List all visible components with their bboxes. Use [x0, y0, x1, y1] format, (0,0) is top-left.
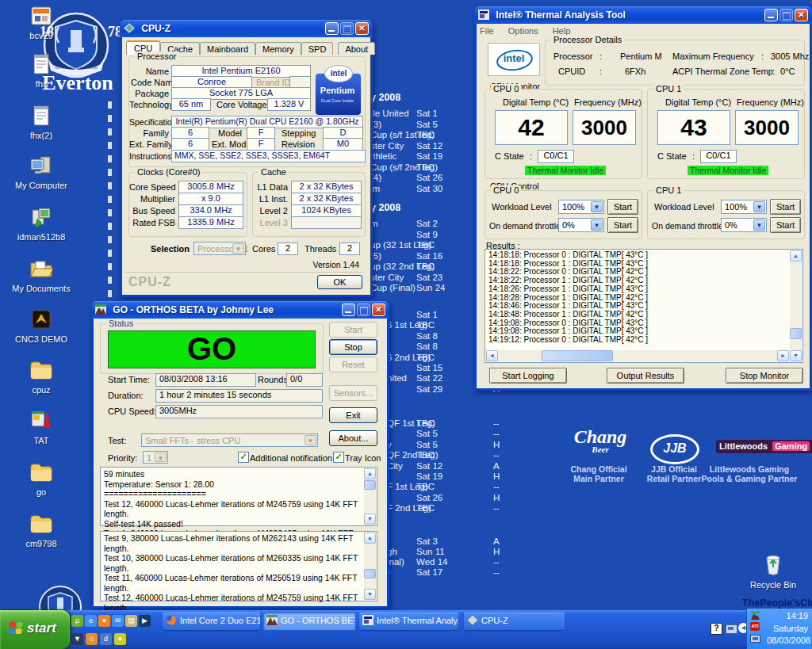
tray-day: Saturday [773, 624, 808, 633]
cpu-speed-value[interactable]: 3005MHz [155, 405, 323, 418]
tab-spd[interactable]: SPD [301, 42, 334, 55]
desktop-icon-label: TAT [3, 436, 79, 445]
recycle-bin-icon[interactable]: Recycle Bin [735, 552, 811, 590]
orthos-sensors-button[interactable]: Sensors... [329, 385, 377, 401]
chang-logo: Chang Beer [565, 426, 636, 463]
media-player-icon[interactable]: ▶ [139, 615, 151, 627]
cpu0-workload-select[interactable]: 100%▼ [558, 200, 604, 214]
desktop-icon-cpuz[interactable]: cpuz [3, 358, 79, 395]
cpu0-throttle-select[interactable]: 0%▼ [558, 218, 604, 232]
folder-icon [29, 460, 54, 486]
orthos-start-button[interactable]: Start [329, 322, 377, 338]
cpu1-throttle-select[interactable]: 0%▼ [721, 218, 767, 232]
tray-help-icon[interactable]: ? [710, 623, 722, 635]
fixture-row: ghSun 11H [387, 547, 546, 557]
test-select[interactable]: Small FFTs - stress CPU▼ [141, 433, 318, 447]
additional-notification-checkbox[interactable]: ✓ [238, 452, 249, 463]
tat-minimize-button[interactable] [764, 9, 778, 21]
tray-icon-label: Tray Icon [345, 453, 381, 464]
internet-explorer-icon[interactable]: e [85, 615, 97, 627]
desktop-icon-cnc3-demo[interactable]: CNC3 DEMO [3, 307, 79, 344]
results-vscrollbar[interactable]: ▲ ▼ [790, 250, 802, 361]
taskbar-task-firefox[interactable]: Intel Core 2 Duo E21... [163, 613, 260, 630]
tat-titlebar[interactable]: Intel® Thermal Analysis Tool [474, 6, 812, 24]
cpu0-workload-start-button[interactable]: Start [607, 199, 638, 215]
tray-time: 14:19 [786, 611, 808, 620]
tray-orthos-icon[interactable] [751, 612, 760, 620]
desktop-icon-tat[interactable]: TAT [3, 409, 79, 445]
firefox-icon[interactable]: ● [98, 615, 110, 627]
cpuz-close-button[interactable] [355, 22, 369, 35]
desktop-icon-fhx[interactable]: fhx [3, 52, 79, 89]
tray-ati-icon[interactable]: ATI [750, 622, 760, 631]
desktop-icon-my-documents[interactable]: My Documents [3, 257, 79, 293]
log-top-scrollbar[interactable]: ▲ ▼ [364, 468, 376, 525]
cpuz-window: CPU-Z CPU Cache Mainboard Memory SPD Abo… [120, 20, 373, 297]
orthos-about-button[interactable]: About... [329, 430, 377, 446]
tat-maximize-button[interactable] [779, 9, 793, 21]
desktop-icon-my-computer[interactable]: My Computer [3, 154, 79, 190]
cpuz-titlebar[interactable]: CPU-Z [120, 20, 373, 37]
tat-close-button[interactable] [795, 9, 808, 21]
orthos-titlebar[interactable]: GO - ORTHOS BETA by Johnny Lee [91, 301, 389, 319]
start-time-value[interactable]: 08/03/2008 13:16 [155, 373, 256, 387]
desktop-icon-label: bcv29 [3, 31, 79, 40]
processor-select[interactable]: Processor #1▼ [193, 242, 246, 255]
desktop-icon-fhx-2-[interactable]: fhx(2) [3, 104, 79, 140]
desktop-icon-label: fhx(2) [3, 131, 79, 140]
results-hscrollbar[interactable]: ◄ ► [486, 350, 789, 361]
start-logging-button[interactable]: Start Logging [489, 368, 567, 384]
desktop-icon-label: fhx [3, 79, 79, 89]
duration-value[interactable]: 1 hour 2 minutes 15 seconds [155, 389, 323, 403]
app-update-icon[interactable]: ● [114, 633, 126, 645]
tab-memory[interactable]: Memory [255, 42, 301, 55]
results-listbox[interactable]: 14:18:18: Processor 0 : DIGITAL TMP[ 43°… [485, 249, 803, 363]
orthos-reset-button[interactable]: Reset [329, 357, 377, 372]
cpu0-throttle-start-button[interactable]: Start [607, 217, 638, 233]
cpu1-workload-select[interactable]: 100%▼ [721, 200, 767, 214]
tab-about[interactable]: About [338, 42, 375, 55]
output-results-button[interactable]: Output Results [607, 368, 684, 384]
app-character-icon[interactable]: ☺ [86, 633, 98, 645]
orthos-minimize-button[interactable] [342, 304, 355, 316]
orthos-log-bottom[interactable]: Test 9, 380000 Lucas-Lehmer iterations o… [100, 531, 377, 601]
cpuz-minimize-button[interactable] [325, 22, 339, 35]
cpu1-throttle-start-button[interactable]: Start [770, 217, 801, 233]
tray-icon-checkbox[interactable]: ✓ [333, 452, 344, 463]
result-line: 14:19:12: Processor 0 : DIGITAL TMP[ 42°… [488, 336, 788, 345]
tray-display-icon[interactable] [726, 624, 737, 634]
cpuz-footer-brand: CPU-Z [128, 275, 171, 289]
stop-monitor-button[interactable]: Stop Monitor [726, 368, 803, 384]
utorrent-icon[interactable]: µ [71, 615, 83, 627]
log-bottom-scrollbar[interactable]: ▲ ▼ [364, 533, 376, 600]
menu-options[interactable]: Options [508, 26, 538, 38]
app-d7-icon[interactable]: d [100, 633, 112, 645]
fixture-month-header: y 2008 [370, 92, 400, 103]
orthos-maximize-button[interactable] [357, 304, 370, 316]
messenger-icon[interactable]: ✉ [112, 615, 124, 627]
taskbar: start µe●✉▤▶▼☺d● Intel Core 2 Duo E21...… [0, 610, 812, 649]
folder-icon [29, 358, 54, 384]
taskbar-task-orthos[interactable]: GO - ORTHOS BETA b... [263, 613, 355, 630]
desktop-icon-bcv29[interactable]: bcv29 [3, 4, 79, 40]
priority-select[interactable]: 1▼ [143, 451, 168, 464]
tab-mainboard[interactable]: Mainboard [200, 42, 255, 55]
cpuz-maximize-button[interactable] [340, 22, 354, 35]
menu-file[interactable]: File [480, 26, 494, 38]
cpu1-workload-start-button[interactable]: Start [770, 199, 801, 215]
documents-icon[interactable]: ▤ [125, 615, 137, 627]
orthos-exit-button[interactable]: Exit [329, 407, 377, 423]
start-button[interactable]: start [0, 610, 70, 649]
desktop-icon-idman512b8[interactable]: idman512b8 [3, 205, 79, 242]
orthos-close-button[interactable] [372, 304, 385, 316]
taskbar-task-cpuz[interactable]: CPU-Z [464, 613, 565, 630]
desktop-icon-cm9798[interactable]: cm9798 [3, 512, 79, 548]
taskbar-task-tat[interactable]: Intel® Thermal Analy... [359, 613, 458, 630]
orthos-stop-button[interactable]: Stop [329, 339, 377, 355]
orthos-log-top[interactable]: 59 minutes Temperature: Sensor 1: 28.00 … [100, 467, 377, 526]
app-v-icon[interactable]: ▼ [71, 633, 83, 645]
cpuz-ok-button[interactable]: OK [317, 275, 362, 289]
rounds-value[interactable]: 0/0 [286, 373, 323, 387]
desktop-icon-go[interactable]: go [3, 460, 79, 497]
tray-monitor-icon[interactable] [750, 635, 760, 643]
